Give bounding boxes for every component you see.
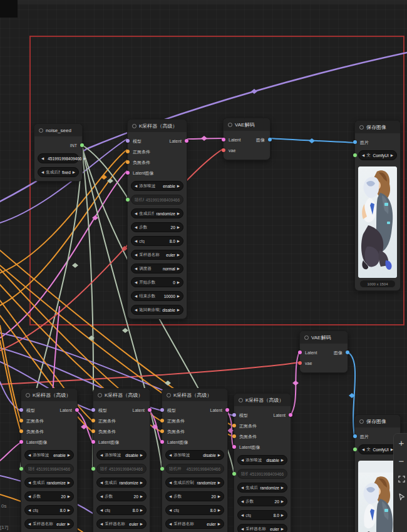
input-slot-dot[interactable] [91,419,95,422]
widget-生成后控制[interactable]: ◀生成后控制randomize▶ [96,478,147,488]
widget-input-dot[interactable] [160,467,164,471]
widget-步数[interactable]: ◀步数20▶ [96,491,147,501]
widget-采样器名称[interactable]: ◀采样器名称euler▶ [131,250,183,260]
input-slot-dot[interactable] [91,429,95,433]
widget-步数[interactable]: ◀步数20▶ [165,491,224,501]
node-titlebar[interactable]: 保存图像 [355,121,400,133]
widget-返回剩余噪波[interactable]: ◀返回剩余噪波disable▶ [131,305,183,315]
increment-arrow-icon[interactable]: ▶ [281,486,284,489]
select-cursor-button[interactable] [396,492,406,502]
node-titlebar[interactable]: VAE解码 [300,331,348,344]
canvas-controls-toolbar[interactable]: + − [393,433,407,532]
input-slot-dot[interactable] [126,171,130,175]
output-slot-dot[interactable] [268,138,272,141]
increment-arrow-icon[interactable]: ▶ [177,239,180,243]
widget-input-dot[interactable] [126,198,130,202]
output-slot-dot[interactable] [148,408,152,412]
input-slot-dot[interactable] [160,419,164,422]
decrement-arrow-icon[interactable]: ◀ [241,513,244,517]
widget-随机种[interactable]: 随机种451991998409466 [24,464,74,474]
output-slot-dot[interactable] [80,143,84,147]
widget-步数[interactable]: ◀步数20▶ [237,496,287,506]
node-titlebar[interactable]: K采样器（高级） [93,389,150,401]
collapse-dot-icon[interactable] [239,398,243,402]
collapse-dot-icon[interactable] [228,123,232,127]
decrement-arrow-icon[interactable]: ◀ [28,508,31,512]
input-slot-dot[interactable] [232,434,236,438]
widget-调度器[interactable]: ◀调度器normal▶ [131,263,183,274]
increment-arrow-icon[interactable]: ▶ [177,294,180,298]
node-ksampler-advanced-b1[interactable]: K采样器（高级） 模型Latent正面条件负面条件Latent图像 ◀添加噪波e… [21,388,78,532]
decrement-arrow-icon[interactable]: ◀ [169,522,172,526]
increment-arrow-icon[interactable]: ▶ [177,212,180,215]
fit-view-button[interactable] [396,474,406,484]
input-slot-dot[interactable] [126,160,130,164]
increment-arrow-icon[interactable]: ▶ [177,184,180,188]
input-slot-dot[interactable] [232,413,236,417]
widget-input-dot[interactable] [91,467,95,471]
decrement-arrow-icon[interactable]: ◀ [362,448,364,451]
increment-arrow-icon[interactable]: ▶ [68,522,70,526]
node-ksampler-advanced-top[interactable]: K采样器（高级） 模型Latent正面条件负面条件Latent图像 ◀添加噪波e… [127,119,187,319]
decrement-arrow-icon[interactable]: ◀ [135,225,137,229]
increment-arrow-icon[interactable]: ▶ [218,453,220,457]
output-slot-dot[interactable] [225,408,229,412]
wire-cond[interactable] [0,340,21,432]
widget-cfg[interactable]: ◀cfg8.0▶ [237,510,287,520]
input-slot-dot[interactable] [353,140,357,144]
input-slot-dot[interactable] [160,440,164,444]
input-slot-dot[interactable] [91,440,95,444]
increment-arrow-icon[interactable]: ▶ [140,453,143,457]
decrement-arrow-icon[interactable]: ◀ [100,481,103,484]
widget-添加噪波[interactable]: ◀添加噪波enable▶ [131,181,183,191]
decrement-arrow-icon[interactable]: ◀ [135,267,137,270]
increment-arrow-icon[interactable]: ▶ [281,499,284,503]
link-midpoint-diamond[interactable] [309,138,315,143]
widget-开始步数[interactable]: ◀开始步数0▶ [131,277,183,287]
input-slot-dot[interactable] [222,138,225,141]
collapse-dot-icon[interactable] [359,419,364,424]
increment-arrow-icon[interactable]: ▶ [281,527,284,531]
node-save-image-top[interactable]: 保存图像 图片 ◀文件名前缀ComfyUI▶ [354,120,401,291]
widget-文件名前缀[interactable]: ◀文件名前缀ComfyUI▶ [358,150,397,160]
collapse-dot-icon[interactable] [26,393,30,397]
increment-arrow-icon[interactable]: ▶ [218,494,220,498]
decrement-arrow-icon[interactable]: ◀ [28,494,31,498]
widget-随机种[interactable]: 随机种451991998409466 [131,195,183,205]
widget-生成后控制[interactable]: ◀生成后控制randomize▶ [237,483,287,493]
widget-cfg[interactable]: ◀cfg8.0▶ [24,505,74,515]
widget-v...[interactable]: ◀v...451991998409466▶ [38,153,79,163]
widget-随机种[interactable]: 随机种451991998409466 [237,469,287,479]
decrement-arrow-icon[interactable]: ◀ [135,253,137,257]
increment-arrow-icon[interactable]: ▶ [177,280,180,284]
output-slot-dot[interactable] [289,413,292,417]
wire-latent[interactable] [0,442,21,461]
increment-arrow-icon[interactable]: ▶ [140,522,143,526]
widget-随机种[interactable]: 随机种451991998409466 [96,464,147,474]
node-ksampler-advanced-b2[interactable]: K采样器（高级） 模型Latent正面条件负面条件Latent图像 ◀添加噪波d… [93,388,150,532]
input-slot-dot[interactable] [353,434,357,438]
output-slot-dot[interactable] [346,350,349,354]
decrement-arrow-icon[interactable]: ◀ [28,481,31,484]
decrement-arrow-icon[interactable]: ◀ [135,212,137,215]
decrement-arrow-icon[interactable]: ◀ [28,522,31,526]
increment-arrow-icon[interactable]: ▶ [177,308,180,312]
decrement-arrow-icon[interactable]: ◀ [135,308,137,312]
decrement-arrow-icon[interactable]: ◀ [135,280,137,284]
link-midpoint-diamond[interactable] [201,136,207,141]
decrement-arrow-icon[interactable]: ◀ [28,453,31,457]
wire-model[interactable] [0,382,21,411]
increment-arrow-icon[interactable]: ▶ [218,508,220,512]
decrement-arrow-icon[interactable]: ◀ [241,486,244,489]
widget-input-dot[interactable] [232,472,236,476]
node-titlebar[interactable]: K采样器（高级） [234,394,291,406]
image-preview[interactable] [358,461,397,532]
widget-cfg[interactable]: ◀cfg8.0▶ [131,236,183,246]
node-vae-decode-middle[interactable]: VAE解码 Latent图像vae [299,330,348,373]
input-slot-dot[interactable] [91,408,95,412]
widget-文件名前缀[interactable]: ◀文件名前缀ComfyUI▶ [358,444,397,454]
node-titlebar[interactable]: noise_seed [34,124,82,136]
collapse-dot-icon[interactable] [304,335,309,340]
link-midpoint-diamond[interactable] [227,428,234,433]
increment-arrow-icon[interactable]: ▶ [140,508,143,512]
